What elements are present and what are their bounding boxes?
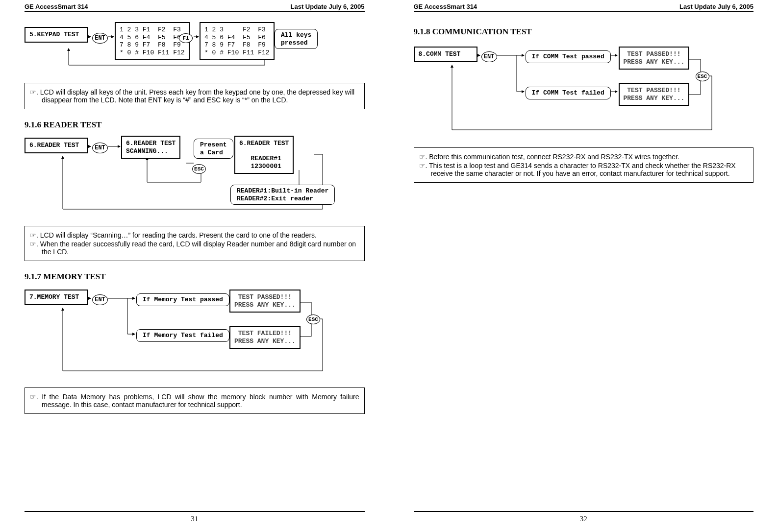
lcd-memory-menu: 7.MEMORY TEST xyxy=(25,290,88,305)
reader-note: ☞. LCD will display “Scanning…” for read… xyxy=(25,226,365,261)
page-footer: 32 xyxy=(389,511,778,523)
keypad-note-text: ☞. LCD will display all keys of the unit… xyxy=(30,88,359,104)
reader-legend: READER#1:Built-in Reader READER#2:Exit r… xyxy=(230,185,335,205)
lcd-keypad-menu: 5.KEYPAD TEST xyxy=(25,27,88,43)
present-card-action: Present a Card xyxy=(194,139,233,159)
page-left: GE AccessSmart 314 Last Update July 6, 2… xyxy=(0,0,389,532)
memory-test-title: 9.1.7 MEMORY TEST xyxy=(25,272,365,282)
lcd-comm-pass: TEST PASSED!!! PRESS ANY KEY... xyxy=(619,47,690,70)
comm-test-title: 9.1.8 COMMUNICATION TEST xyxy=(414,27,754,37)
f1-key-icon: F1 xyxy=(179,33,193,43)
lcd-reader-menu: 6.READER TEST xyxy=(25,138,88,153)
comm-fail-cond: If COMM Test failed xyxy=(526,87,611,99)
ent-key-icon: ENT xyxy=(92,143,108,153)
ent-key-icon: ENT xyxy=(481,51,497,62)
lcd-memory-pass: TEST PASSED!!! PRESS ANY KEY... xyxy=(229,290,301,313)
comm-note: ☞. Before this communication test, conne… xyxy=(414,147,754,183)
keypad-test-flow: 5.KEYPAD TEST ENT 1 2 3 F1 F2 F3 4 5 6 F… xyxy=(25,22,365,76)
memory-test-flow: 7.MEMORY TEST ENT If Memory Test passed … xyxy=(25,288,365,381)
lcd-reader-scan: 6.READER TEST SCANNING... xyxy=(121,136,180,159)
page-right: GE AccessSmart 314 Last Update July 6, 2… xyxy=(389,0,778,532)
page-number: 32 xyxy=(580,515,587,523)
lcd-reader-result: 6.READER TEST READER#1 12300001 xyxy=(234,136,294,174)
memory-note: ☞. If the Data Memory has problems, LCD … xyxy=(25,387,365,414)
doc-update: Last Update July 6, 2005 xyxy=(679,3,753,11)
memory-pass-cond: If Memory Test passed xyxy=(136,293,229,306)
esc-key-icon: ESC xyxy=(192,164,206,174)
comm-pass-cond: If COMM Test passed xyxy=(526,50,611,63)
memory-fail-cond: If Memory Test failed xyxy=(136,329,229,342)
ent-key-icon: ENT xyxy=(92,294,108,305)
page-number: 31 xyxy=(191,515,198,523)
lcd-comm-menu: 8.COMM TEST xyxy=(414,47,477,62)
comm-test-flow: 8.COMM TEST ENT If COMM Test passed If C… xyxy=(414,43,754,141)
lcd-comm-fail: TEST PASSED!!! PRESS ANY KEY... xyxy=(619,83,690,106)
esc-key-icon: ESC xyxy=(696,72,709,81)
lcd-all-keys-pressed: All keys pressed xyxy=(275,29,318,49)
lcd-memory-fail: TEST FAILED!!! PRESS ANY KEY... xyxy=(229,326,301,349)
doc-name: GE AccessSmart 314 xyxy=(414,3,477,11)
doc-update: Last Update July 6, 2005 xyxy=(290,3,364,11)
ent-key-icon: ENT xyxy=(92,33,108,44)
lcd-keypad-grid-partial: 1 2 3 F2 F3 4 5 6 F4 F5 F6 7 8 9 F7 F8 F… xyxy=(200,22,275,60)
page-footer: 31 xyxy=(0,511,389,523)
doc-name: GE AccessSmart 314 xyxy=(25,3,88,11)
comm-note-2: ☞. This test is a loop test and GE314 se… xyxy=(419,162,749,177)
page-header: GE AccessSmart 314 Last Update July 6, 2… xyxy=(25,0,365,12)
reader-note-2: ☞. When the reader successfully read the… xyxy=(30,240,359,256)
reader-note-1: ☞. LCD will display “Scanning…” for read… xyxy=(30,231,359,239)
keypad-note: ☞. LCD will display all keys of the unit… xyxy=(25,83,365,109)
lcd-keypad-grid-full: 1 2 3 F1 F2 F3 4 5 6 F4 F5 F6 7 8 9 F7 F… xyxy=(115,22,190,60)
esc-key-icon: ESC xyxy=(306,314,320,324)
reader-test-title: 9.1.6 READER TEST xyxy=(25,120,365,130)
comm-note-1: ☞. Before this communication test, conne… xyxy=(419,153,749,161)
reader-test-flow: 6.READER TEST ENT 6.READER TEST SCANNING… xyxy=(25,136,365,219)
page-header: GE AccessSmart 314 Last Update July 6, 2… xyxy=(414,0,754,12)
memory-note-text: ☞. If the Data Memory has problems, LCD … xyxy=(30,393,359,409)
